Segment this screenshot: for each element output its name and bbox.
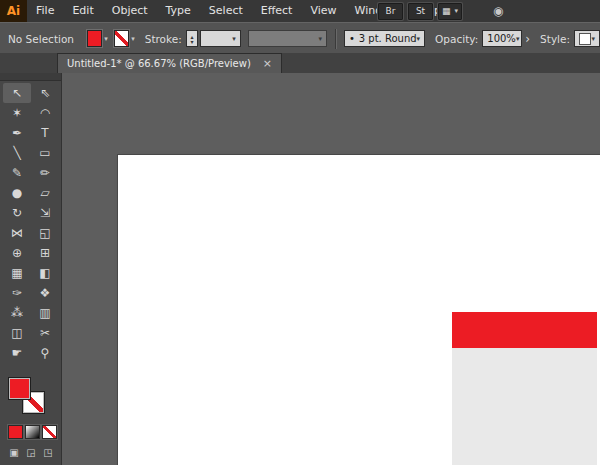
workspace-switcher[interactable]: ▦ ▾ xyxy=(438,3,462,20)
menu-select[interactable]: Select xyxy=(200,0,252,22)
fill-stroke-cluster xyxy=(0,377,61,419)
opacity-dropdown[interactable]: 100% ▾ xyxy=(482,30,522,47)
menu-bar: Ai File Edit Object Type Select Effect V… xyxy=(0,0,600,22)
line-segment-tool[interactable]: ╲ xyxy=(3,143,31,163)
lasso-tool[interactable]: ◠ xyxy=(31,103,59,123)
color-button[interactable] xyxy=(8,425,23,439)
width-tool[interactable]: ⋈ xyxy=(3,223,31,243)
fill-color-swatch[interactable] xyxy=(87,30,102,47)
fill-caret-icon: ▾ xyxy=(104,35,108,43)
gradient-button[interactable] xyxy=(25,425,40,439)
style-dropdown[interactable]: ▾ xyxy=(574,30,600,47)
draw-normal-button[interactable]: ▣ xyxy=(7,446,21,459)
draw-inside-button[interactable]: ◳ xyxy=(41,446,55,459)
opacity-panel-chevron-icon[interactable]: › xyxy=(525,32,530,46)
blob-brush-tool[interactable]: ● xyxy=(3,183,31,203)
bridge-button[interactable]: Br xyxy=(378,3,403,20)
document-tab-title: Untitled-1* @ 66.67% (RGB/Preview) xyxy=(67,58,251,69)
chevron-down-icon: ▾ xyxy=(592,35,596,43)
chevron-down-icon: ▾ xyxy=(516,35,520,43)
drawn-rectangle[interactable] xyxy=(452,312,597,465)
free-transform-tool[interactable]: ◱ xyxy=(31,223,59,243)
drawn-rectangle-gray-body[interactable] xyxy=(452,348,597,465)
tools-panel-grip[interactable] xyxy=(0,73,61,81)
drawn-rectangle-red-header[interactable] xyxy=(452,312,597,348)
stepper-down-icon: ▾ xyxy=(191,39,194,44)
brush-definition-dropdown[interactable]: • 3 pt. Round ▾ xyxy=(344,30,425,47)
variable-width-profile-dropdown[interactable]: ▾ xyxy=(248,30,327,47)
artboard[interactable] xyxy=(118,155,600,465)
document-tab[interactable]: Untitled-1* @ 66.67% (RGB/Preview) × xyxy=(57,53,282,73)
slice-tool[interactable]: ✂ xyxy=(31,323,59,343)
hand-tool[interactable]: ☛ xyxy=(3,343,31,363)
menu-file[interactable]: File xyxy=(27,0,63,22)
chevron-down-icon: ▾ xyxy=(318,35,322,43)
workspace-grid-icon: ▦ xyxy=(442,6,451,16)
stroke-label: Stroke: xyxy=(145,33,182,45)
close-icon[interactable]: × xyxy=(263,59,272,69)
tools-panel: ↖ ⇖ ✶ ◠ ✒ T ╲ ▭ ✎ ✏ ● ▱ ↻ ⇲ ⋈ ◱ ⊕ ⊞ ▦ ◧ … xyxy=(0,73,62,465)
chevron-down-icon: ▾ xyxy=(232,35,236,43)
style-label: Style: xyxy=(540,33,570,45)
style-swatch xyxy=(579,33,591,45)
zoom-tool[interactable]: ⚲ xyxy=(31,343,59,363)
type-tool[interactable]: T xyxy=(31,123,59,143)
stroke-weight-dropdown[interactable]: ▾ xyxy=(200,30,240,47)
opacity-value: 100% xyxy=(487,33,516,44)
direct-selection-tool[interactable]: ⇖ xyxy=(31,83,59,103)
divider xyxy=(335,29,337,49)
pencil-tool[interactable]: ✏ xyxy=(31,163,59,183)
paintbrush-tool[interactable]: ✎ xyxy=(3,163,31,183)
illustrator-logo-icon: Ai xyxy=(0,0,27,22)
chevron-down-icon: ▾ xyxy=(417,35,421,43)
stroke-color-swatch[interactable] xyxy=(114,30,129,47)
magic-wand-tool[interactable]: ✶ xyxy=(3,103,31,123)
selection-tool[interactable]: ↖ xyxy=(3,83,31,103)
brush-definition-value: 3 pt. Round xyxy=(359,33,417,44)
opacity-label: Opacity: xyxy=(435,33,478,45)
menu-view[interactable]: View xyxy=(301,0,345,22)
selection-status-label: No Selection xyxy=(8,33,74,45)
perspective-grid-tool[interactable]: ⊞ xyxy=(31,243,59,263)
mesh-tool[interactable]: ▦ xyxy=(3,263,31,283)
none-button[interactable] xyxy=(42,425,57,439)
stroke-caret-icon: ▾ xyxy=(131,35,135,43)
rotate-tool[interactable]: ↻ xyxy=(3,203,31,223)
artboard-tool[interactable]: ◫ xyxy=(3,323,31,343)
rectangle-tool[interactable]: ▭ xyxy=(31,143,59,163)
tools-grid: ↖ ⇖ ✶ ◠ ✒ T ╲ ▭ ✎ ✏ ● ▱ ↻ ⇲ ⋈ ◱ ⊕ ⊞ ▦ ◧ … xyxy=(0,81,61,363)
fill-swatch[interactable] xyxy=(8,377,31,400)
symbol-sprayer-tool[interactable]: ⁂ xyxy=(3,303,31,323)
pen-tool[interactable]: ✒ xyxy=(3,123,31,143)
power-icon[interactable]: ◉ xyxy=(493,2,503,20)
menu-effect[interactable]: Effect xyxy=(252,0,302,22)
control-bar: No Selection ▾ ▾ Stroke: ▴ ▾ ▾ ▾ • 3 pt.… xyxy=(0,22,600,55)
drawing-modes-row: ▣ ◲ ◳ xyxy=(0,446,61,459)
shape-builder-tool[interactable]: ⊕ xyxy=(3,243,31,263)
canvas-pasteboard xyxy=(62,73,600,465)
column-graph-tool[interactable]: ▥ xyxy=(31,303,59,323)
blend-tool[interactable]: ❖ xyxy=(31,283,59,303)
menu-edit[interactable]: Edit xyxy=(63,0,102,22)
brush-bullet-icon: • xyxy=(349,33,355,44)
menu-type[interactable]: Type xyxy=(157,0,200,22)
draw-behind-button[interactable]: ◲ xyxy=(24,446,38,459)
eraser-tool[interactable]: ▱ xyxy=(31,183,59,203)
color-mode-row xyxy=(0,425,61,439)
document-tab-bar: Untitled-1* @ 66.67% (RGB/Preview) × xyxy=(0,53,600,74)
scale-tool[interactable]: ⇲ xyxy=(31,203,59,223)
eyedropper-tool[interactable]: ✑ xyxy=(3,283,31,303)
menu-object[interactable]: Object xyxy=(103,0,157,22)
stroke-weight-stepper[interactable]: ▴ ▾ xyxy=(186,30,199,47)
stock-button[interactable]: St xyxy=(408,3,433,20)
gradient-tool[interactable]: ◧ xyxy=(31,263,59,283)
chevron-down-icon: ▾ xyxy=(455,7,459,15)
